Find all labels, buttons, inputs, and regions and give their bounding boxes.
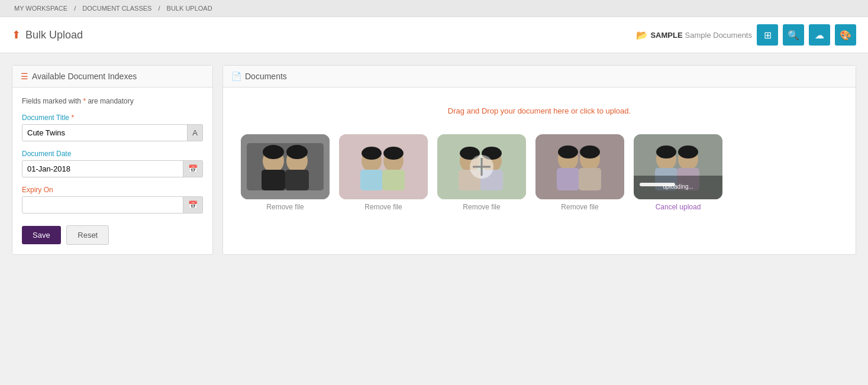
svg-text:uploading...: uploading... (663, 183, 693, 190)
file-thumb-5: uploading... (634, 134, 722, 199)
file-item-1: Remove file (241, 134, 330, 211)
right-panel: 📄 Documents Drag and Drop your document … (222, 65, 856, 255)
svg-rect-28 (557, 168, 579, 190)
expiry-on-input-wrapper: 📅 (22, 196, 203, 213)
header: ⬆ Bulk Upload 📂 SAMPLE Sample Documents … (0, 17, 868, 53)
svg-point-7 (286, 145, 308, 159)
document-title-field[interactable] (22, 125, 187, 141)
drop-zone-text: Drag and Drop your document here or clic… (448, 106, 631, 115)
search-icon: 🔍 (788, 30, 799, 41)
document-date-group: Document Date 📅 (22, 150, 203, 177)
svg-point-38 (678, 145, 698, 158)
mandatory-note: Fields marked with * are mandatory (22, 97, 203, 105)
expiry-on-group: Expiry On 📅 (22, 186, 203, 213)
svg-rect-11 (360, 170, 383, 190)
grid-icon: ⊞ (764, 30, 772, 41)
workspace-sub: Sample Documents (685, 31, 752, 40)
save-button[interactable]: Save (22, 226, 61, 244)
expiry-calendar-button[interactable]: 📅 (183, 197, 202, 213)
title-action-button[interactable]: A (187, 125, 202, 141)
breadcrumb-item-docclasses[interactable]: DOCUMENT CLASSES (82, 5, 151, 12)
right-panel-header: 📄 Documents (223, 66, 856, 88)
cloud-upload-icon: ☁ (815, 30, 824, 41)
title-star: * (71, 114, 74, 122)
svg-point-6 (263, 145, 284, 159)
document-title-input-wrapper: A (22, 124, 203, 141)
reset-button[interactable]: Reset (66, 225, 109, 245)
file-thumb-4 (535, 134, 624, 199)
remove-file-3[interactable]: Remove file (463, 203, 500, 211)
svg-rect-4 (262, 170, 285, 190)
svg-point-37 (656, 145, 676, 158)
document-date-label: Document Date (22, 150, 203, 158)
date-calendar-button[interactable]: 📅 (183, 161, 202, 177)
document-date-field[interactable] (22, 161, 183, 177)
document-title-label: Document Title * (22, 114, 203, 122)
palette-button[interactable]: 🎨 (835, 24, 856, 46)
remove-file-4[interactable]: Remove file (561, 203, 598, 211)
files-row: Remove file (235, 134, 844, 211)
expiry-on-label: Expiry On (22, 186, 203, 194)
svg-rect-29 (579, 168, 601, 190)
main-content: ☰ Available Document Indexes Fields mark… (0, 53, 868, 267)
breadcrumb-sep-1: / (74, 5, 76, 12)
svg-point-31 (580, 145, 600, 158)
header-left: ⬆ Bulk Upload (12, 28, 83, 41)
file-item-3: Remove file (437, 134, 526, 211)
bulk-upload-icon: ⬆ (12, 28, 21, 41)
folder-icon: 📂 (636, 30, 648, 41)
left-panel-header: ☰ Available Document Indexes (12, 66, 212, 88)
breadcrumb-sep-2: / (158, 5, 160, 12)
left-panel-body: Fields marked with * are mandatory Docum… (12, 88, 212, 254)
cloud-upload-button[interactable]: ☁ (809, 24, 830, 46)
left-panel: ☰ Available Document Indexes Fields mark… (12, 65, 213, 255)
documents-title: Documents (245, 72, 287, 81)
document-title-group: Document Title * A (22, 114, 203, 141)
documents-icon: 📄 (231, 72, 241, 81)
breadcrumb-item-workspace[interactable]: MY WORKSPACE (14, 5, 67, 12)
svg-point-13 (362, 147, 382, 160)
svg-rect-5 (285, 170, 309, 190)
form-buttons: Save Reset (22, 225, 203, 245)
list-icon: ☰ (21, 72, 28, 81)
svg-point-30 (558, 145, 578, 158)
left-panel-title: Available Document Indexes (32, 72, 137, 81)
breadcrumb: MY WORKSPACE / DOCUMENT CLASSES / BULK U… (0, 0, 868, 17)
cancel-upload-5[interactable]: Cancel upload (656, 203, 701, 211)
file-thumb-2 (339, 134, 428, 199)
header-right: 📂 SAMPLE Sample Documents ⊞ 🔍 ☁ 🎨 (636, 24, 856, 46)
file-item-5: uploading... Cancel upload (634, 134, 722, 211)
svg-rect-12 (382, 170, 405, 190)
grid-view-button[interactable]: ⊞ (757, 24, 778, 46)
file-thumb-1 (241, 134, 330, 199)
palette-icon: 🎨 (840, 30, 851, 41)
document-date-input-wrapper: 📅 (22, 160, 203, 177)
search-button[interactable]: 🔍 (783, 24, 804, 46)
file-thumb-3 (437, 134, 526, 199)
drop-zone[interactable]: Drag and Drop your document here or clic… (235, 99, 844, 122)
mandatory-star: * (83, 97, 86, 105)
file-item-2: Remove file (339, 134, 428, 211)
workspace-name: SAMPLE (650, 31, 682, 40)
workspace-label: 📂 SAMPLE Sample Documents (636, 30, 752, 41)
remove-file-2[interactable]: Remove file (364, 203, 402, 211)
svg-point-14 (383, 147, 404, 160)
right-panel-body: Drag and Drop your document here or clic… (223, 88, 856, 223)
file-item-4: Remove file (535, 134, 624, 211)
remove-file-1[interactable]: Remove file (266, 203, 304, 211)
expiry-on-field[interactable] (22, 197, 183, 213)
page-title: Bulk Upload (25, 29, 83, 41)
breadcrumb-item-bulkupload: BULK UPLOAD (167, 5, 212, 12)
